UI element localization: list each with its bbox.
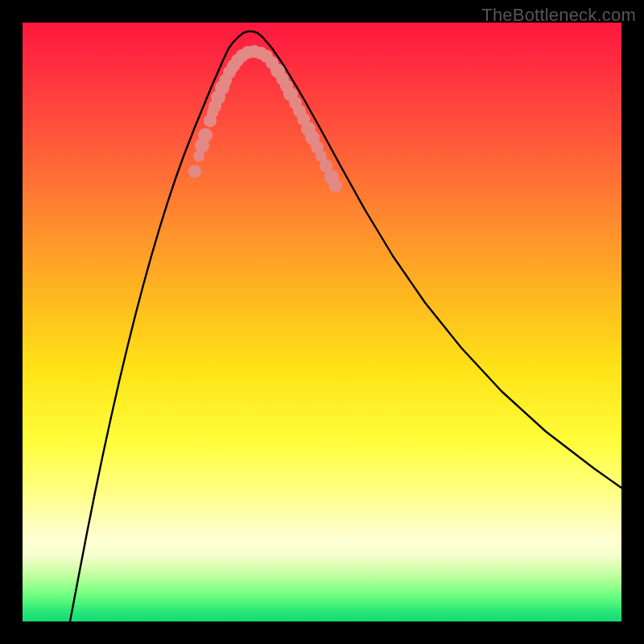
curve-markers <box>188 45 342 192</box>
chart-frame: TheBottleneck.com <box>0 0 644 644</box>
curve-layer <box>23 23 621 621</box>
source-citation: TheBottleneck.com <box>481 5 636 26</box>
curve-marker <box>188 165 201 178</box>
curve-path <box>70 31 621 621</box>
plot-area <box>23 23 621 621</box>
curve-marker <box>198 128 213 142</box>
bottleneck-curve <box>70 31 621 621</box>
curve-marker <box>329 180 342 192</box>
